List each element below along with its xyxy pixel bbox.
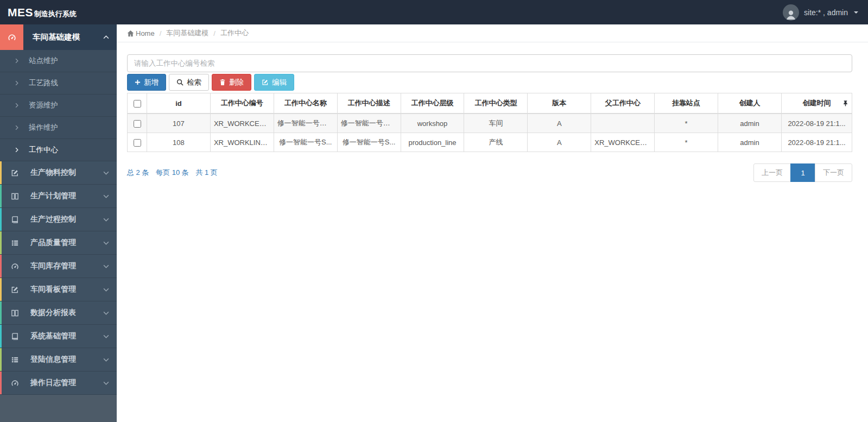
sidebar-item-label: 数据分析报表 bbox=[30, 308, 103, 318]
table-cell: A bbox=[528, 114, 591, 133]
table-cell: XR_WORKLINE... bbox=[210, 133, 274, 152]
sidebar-item-label: 生产计划管理 bbox=[30, 191, 103, 201]
column-header: 创建时间 bbox=[782, 93, 852, 114]
sidebar-item-production-material-control[interactable]: 生产物料控制 bbox=[0, 161, 117, 185]
edit-button-label: 编辑 bbox=[272, 78, 287, 87]
table-cell bbox=[591, 114, 655, 133]
work-center-table: id 工作中心编号 工作中心名称 工作中心描述 工作中心层级 工作中心类型 版本… bbox=[127, 93, 852, 152]
item-color-strip bbox=[0, 185, 2, 207]
book-icon bbox=[8, 332, 21, 341]
thumbtack-icon[interactable] bbox=[843, 100, 848, 106]
sidebar-item-production-plan-management[interactable]: 生产计划管理 bbox=[0, 185, 117, 208]
chevron-right-icon bbox=[15, 147, 18, 153]
user-label: site:* , admin bbox=[804, 8, 848, 17]
sidebar-item-system-basic-management[interactable]: 系统基础管理 bbox=[0, 325, 117, 348]
column-header: 父工作中心 bbox=[591, 93, 655, 114]
column-header: 工作中心编号 bbox=[210, 93, 274, 114]
search-button[interactable]: 检索 bbox=[169, 74, 209, 91]
sidebar-subitem-station-maintenance[interactable]: 站点维护 bbox=[0, 50, 117, 72]
sidebar-item-workshop-kanban-management[interactable]: 车间看板管理 bbox=[0, 278, 117, 301]
sidebar-item-login-info-management[interactable]: 登陆信息管理 bbox=[0, 348, 117, 371]
sidebar-item-label: 登陆信息管理 bbox=[30, 355, 103, 364]
table-cell: XR_WORKCEN... bbox=[591, 133, 655, 152]
sidebar-subitem-label: 工艺路线 bbox=[29, 78, 58, 88]
dashboard-icon bbox=[8, 379, 21, 387]
total-count: 总 2 条 bbox=[127, 168, 149, 177]
page-size: 每页 10 条 bbox=[156, 168, 189, 177]
sidebar-subitem-label: 操作维护 bbox=[29, 123, 58, 133]
breadcrumb-home-link[interactable]: Home bbox=[127, 29, 155, 37]
breadcrumb-current: 工作中心 bbox=[220, 28, 249, 38]
user-menu[interactable]: site:* , admin bbox=[783, 4, 868, 21]
page-count: 共 1 页 bbox=[195, 168, 217, 177]
page-button-1[interactable]: 1 bbox=[790, 163, 815, 182]
sidebar-item-operation-log-management[interactable]: 操作日志管理 bbox=[0, 371, 117, 395]
sidebar-item-workshop-basic-modeling[interactable]: 车间基础建模 bbox=[0, 24, 117, 50]
sidebar-item-workshop-inventory-management[interactable]: 车间库存管理 bbox=[0, 255, 117, 278]
sidebar-subitem-label: 工作中心 bbox=[29, 145, 58, 155]
avatar bbox=[783, 4, 799, 21]
chevron-down-icon bbox=[103, 288, 109, 292]
table-cell: A bbox=[528, 133, 591, 152]
breadcrumb-home-label: Home bbox=[136, 29, 155, 37]
table-cell: 修一智能一号S... bbox=[274, 133, 337, 152]
column-header: 工作中心类型 bbox=[464, 93, 528, 114]
column-header: 创建人 bbox=[718, 93, 782, 114]
delete-button[interactable]: 删除 bbox=[212, 74, 251, 91]
table-cell: 2022-08-19 21:1... bbox=[782, 114, 852, 133]
breadcrumb-item[interactable]: 车间基础建模 bbox=[166, 28, 208, 38]
chevron-down-icon bbox=[103, 358, 109, 362]
app-logo[interactable]: MES制造执行系统 bbox=[0, 6, 117, 19]
row-checkbox[interactable] bbox=[134, 139, 141, 147]
sidebar-item-label: 生产物料控制 bbox=[30, 168, 103, 178]
item-color-strip bbox=[0, 301, 2, 324]
home-icon bbox=[127, 30, 134, 37]
app-logo-secondary: 制造执行系统 bbox=[34, 10, 77, 18]
column-header: 工作中心名称 bbox=[274, 93, 337, 114]
sidebar-item-label: 操作日志管理 bbox=[30, 378, 103, 388]
item-color-strip bbox=[0, 371, 2, 394]
table-row[interactable]: 108 XR_WORKLINE... 修一智能一号S... 修一智能一号S...… bbox=[128, 133, 852, 152]
search-input[interactable] bbox=[127, 54, 852, 72]
table-cell: admin bbox=[718, 133, 782, 152]
sidebar-subitem-resource-maintenance[interactable]: 资源维护 bbox=[0, 95, 117, 117]
sidebar-item-production-process-control[interactable]: 生产过程控制 bbox=[0, 208, 117, 231]
chevron-right-icon bbox=[15, 80, 18, 86]
item-color-strip bbox=[0, 348, 2, 371]
next-page-button[interactable]: 下一页 bbox=[815, 163, 852, 182]
sidebar-subitem-label: 资源维护 bbox=[29, 100, 58, 110]
edit-button[interactable]: 编辑 bbox=[254, 74, 294, 91]
sidebar-subitem-operation-maintenance[interactable]: 操作维护 bbox=[0, 117, 117, 139]
sidebar-subitem-process-route[interactable]: 工艺路线 bbox=[0, 72, 117, 95]
table-cell: 108 bbox=[147, 133, 211, 152]
row-checkbox[interactable] bbox=[134, 120, 141, 128]
chevron-down-icon bbox=[103, 264, 109, 268]
table-row[interactable]: 107 XR_WORKCEN... 修一智能一号车间 修一智能一号车间 work… bbox=[128, 114, 852, 133]
sidebar-item-product-quality-management[interactable]: 产品质量管理 bbox=[0, 231, 117, 255]
column-header: 挂靠站点 bbox=[655, 93, 718, 114]
sidebar-item-label: 车间基础建模 bbox=[33, 24, 103, 50]
columns-icon bbox=[8, 309, 21, 317]
select-all-checkbox[interactable] bbox=[134, 100, 141, 108]
table-cell: 修一智能一号车间 bbox=[274, 114, 337, 133]
sidebar-submenu: 站点维护 工艺路线 资源维护 操作维护 工作中心 bbox=[0, 50, 117, 161]
sidebar-item-label: 生产过程控制 bbox=[30, 215, 103, 224]
sidebar-subitem-work-center[interactable]: 工作中心 bbox=[0, 139, 117, 161]
breadcrumb-separator: / bbox=[213, 29, 216, 37]
dashboard-icon bbox=[0, 24, 23, 50]
pagination-summary: 总 2 条 每页 10 条 共 1 页 bbox=[127, 168, 223, 178]
add-button[interactable]: 新增 bbox=[127, 74, 166, 91]
search-icon bbox=[176, 79, 183, 86]
table-cell: production_line bbox=[401, 133, 464, 152]
plus-icon bbox=[135, 79, 141, 85]
row-select-cell bbox=[128, 114, 147, 133]
table-cell: 2022-08-19 21:1... bbox=[782, 133, 852, 152]
sidebar-item-data-analysis-report[interactable]: 数据分析报表 bbox=[0, 301, 117, 325]
column-header: 版本 bbox=[528, 93, 591, 114]
prev-page-button[interactable]: 上一页 bbox=[753, 163, 791, 182]
columns-icon bbox=[8, 192, 21, 200]
pagination: 总 2 条 每页 10 条 共 1 页 上一页 1 下一页 bbox=[127, 163, 852, 182]
item-color-strip bbox=[0, 208, 2, 231]
item-color-strip bbox=[0, 255, 2, 278]
item-color-strip bbox=[0, 161, 2, 184]
